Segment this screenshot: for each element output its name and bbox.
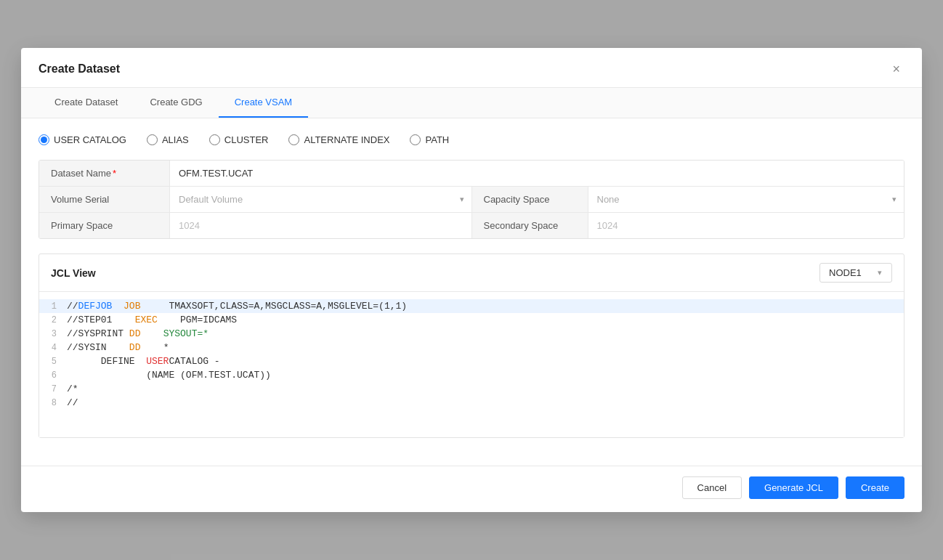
code-line-8: 8 //	[39, 396, 904, 410]
modal-footer: Cancel Generate JCL Create	[21, 466, 922, 512]
jcl-section: JCL View NODE1 ▾ 1 //DEFJOB JOB TMAXSOFT…	[39, 253, 904, 438]
secondary-space-label: Secondary Space	[472, 213, 588, 238]
capacity-space-label: Capacity Space	[472, 187, 588, 212]
form-row-volume-capacity: Volume Serial Default Volume ▾ Capacity …	[39, 187, 904, 213]
node-select[interactable]: NODE1	[826, 264, 876, 282]
form-row-dataset-name: Dataset Name*	[39, 161, 904, 187]
node-select-wrap[interactable]: NODE1 ▾	[819, 263, 892, 283]
jcl-title: JCL View	[51, 267, 96, 279]
code-line-1: 1 //DEFJOB JOB TMAXSOFT,CLASS=A,MSGCLASS…	[39, 299, 904, 313]
cancel-button[interactable]: Cancel	[682, 476, 742, 499]
volume-serial-label: Volume Serial	[39, 187, 170, 212]
radio-path[interactable]: PATH	[410, 134, 449, 145]
create-dataset-modal: Create Dataset × Create Dataset Create G…	[21, 48, 922, 512]
modal-header: Create Dataset ×	[21, 48, 922, 88]
form-section: Dataset Name* Volume Serial Defa	[39, 160, 904, 239]
code-line-7: 7 /*	[39, 382, 904, 396]
close-button[interactable]: ×	[888, 61, 904, 77]
modal-overlay: Create Dataset × Create Dataset Create G…	[0, 0, 943, 560]
form-cell-primary: Primary Space	[39, 213, 472, 238]
dataset-name-input[interactable]	[170, 161, 904, 186]
volume-serial-select-wrap: Default Volume ▾	[170, 187, 472, 212]
form-cell-volume: Volume Serial Default Volume ▾	[39, 187, 472, 212]
code-line-6: 6 (NAME (OFM.TEST.UCAT))	[39, 368, 904, 382]
jcl-code-area: 1 //DEFJOB JOB TMAXSOFT,CLASS=A,MSGCLASS…	[39, 292, 904, 437]
node-chevron-icon: ▾	[878, 268, 882, 277]
jcl-header: JCL View NODE1 ▾	[39, 254, 904, 292]
radio-alias[interactable]: ALIAS	[147, 134, 189, 145]
tab-create-dataset[interactable]: Create Dataset	[39, 88, 134, 118]
code-line-3: 3 //SYSPRINT DD SYSOUT=*	[39, 327, 904, 341]
code-line-4: 4 //SYSIN DD *	[39, 341, 904, 354]
form-row-spaces: Primary Space Secondary Space	[39, 213, 904, 238]
form-cell-secondary: Secondary Space	[472, 213, 904, 238]
create-button[interactable]: Create	[846, 476, 904, 499]
dataset-name-field[interactable]	[170, 161, 904, 186]
capacity-space-select-wrap: None ▾	[588, 187, 904, 212]
code-line-2: 2 //STEP01 EXEC PGM=IDCAMS	[39, 313, 904, 327]
tab-create-gdg[interactable]: Create GDG	[134, 88, 218, 118]
primary-space-label: Primary Space	[39, 213, 170, 238]
tabs-row: Create Dataset Create GDG Create VSAM	[21, 88, 922, 118]
dataset-name-label: Dataset Name*	[39, 161, 170, 186]
modal-title: Create Dataset	[39, 62, 120, 76]
secondary-space-field	[588, 213, 904, 238]
primary-space-field	[170, 213, 472, 238]
radio-group: USER CATALOG ALIAS CLUSTER ALTERNATE IND…	[39, 134, 904, 145]
modal-body: USER CATALOG ALIAS CLUSTER ALTERNATE IND…	[21, 118, 922, 466]
radio-alternate-index[interactable]: ALTERNATE INDEX	[288, 134, 389, 145]
capacity-space-select[interactable]: None	[588, 187, 904, 212]
generate-jcl-button[interactable]: Generate JCL	[749, 476, 838, 499]
radio-cluster[interactable]: CLUSTER	[209, 134, 269, 145]
radio-user-catalog[interactable]: USER CATALOG	[39, 134, 126, 145]
form-cell-capacity: Capacity Space None ▾	[472, 187, 904, 212]
primary-space-input[interactable]	[170, 213, 472, 238]
tab-create-vsam[interactable]: Create VSAM	[219, 88, 308, 118]
secondary-space-input[interactable]	[588, 213, 904, 238]
code-line-5: 5 DEFINE USERCATALOG -	[39, 354, 904, 368]
volume-serial-select[interactable]: Default Volume	[170, 187, 472, 212]
